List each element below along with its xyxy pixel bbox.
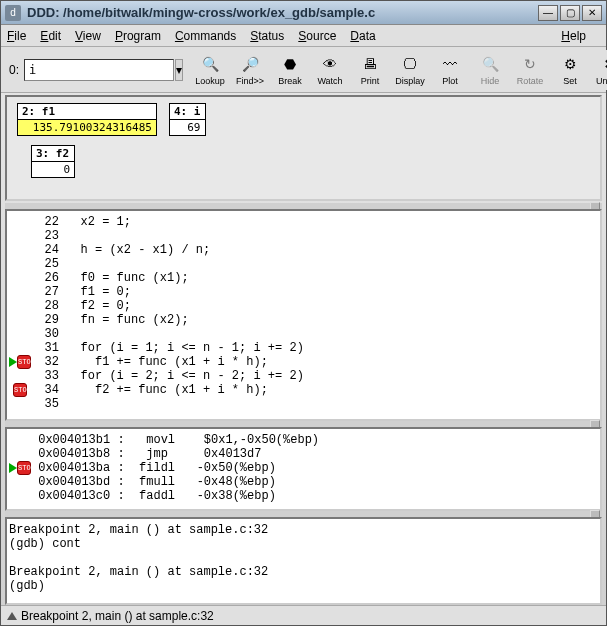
display-i[interactable]: 4: i69 [169, 103, 206, 136]
menu-view[interactable]: View [75, 29, 101, 43]
source-line[interactable]: 28 f2 = 0; [9, 299, 598, 313]
toolbar: 0: ▾ 🔍Lookup🔎Find>>⬣Break👁Watch🖶Print🖵Di… [1, 47, 606, 93]
titlebar: d DDD: /home/bitwalk/mingw-cross/work/ex… [1, 1, 606, 25]
source-line[interactable]: 31 for (i = 1; i <= n - 1; i += 2) [9, 341, 598, 355]
source-line[interactable]: 22 x2 = 1; [9, 215, 598, 229]
arg-dropdown-button[interactable]: ▾ [175, 59, 183, 81]
statusbar: Breakpoint 2, main () at sample.c:32 [1, 605, 606, 625]
menubar: FileEditViewProgramCommandsStatusSourceD… [1, 25, 606, 47]
find-icon: 🔎 [239, 53, 261, 75]
display-value: 69 [170, 120, 205, 135]
source-line[interactable]: 33 for (i = 2; i <= n - 2; i += 2) [9, 369, 598, 383]
lookup-icon: 🔍 [199, 53, 221, 75]
source-line[interactable]: 35 [9, 397, 598, 411]
menu-help[interactable]: Help [561, 29, 586, 43]
arg-input[interactable] [24, 59, 174, 81]
maximize-button[interactable]: ▢ [560, 5, 580, 21]
window-title: DDD: /home/bitwalk/mingw-cross/work/ex_g… [27, 5, 536, 20]
display-title: 2: f1 [18, 104, 156, 120]
hide-icon: 🔍 [479, 53, 501, 75]
rotate-button: ↻Rotate [510, 50, 550, 90]
breakpoint-icon[interactable]: STOP [17, 461, 31, 475]
display-icon: 🖵 [399, 53, 421, 75]
source-line[interactable]: 24 h = (x2 - x1) / n; [9, 243, 598, 257]
source-line[interactable]: 26 f0 = func (x1); [9, 271, 598, 285]
current-line-arrow-icon [9, 357, 17, 367]
display-button[interactable]: 🖵Display [390, 50, 430, 90]
lookup-button[interactable]: 🔍Lookup [190, 50, 230, 90]
source-line[interactable]: 25 [9, 257, 598, 271]
data-display-pane[interactable]: 2: f1135.791003243164854: i693: f20 [5, 95, 602, 201]
break-icon: ⬣ [279, 53, 301, 75]
current-line-arrow-icon [9, 463, 17, 473]
display-title: 3: f2 [32, 146, 74, 162]
display-value: 0 [32, 162, 74, 177]
console-line: Breakpoint 2, main () at sample.c:32 [9, 565, 598, 579]
menu-data[interactable]: Data [350, 29, 375, 43]
menu-edit[interactable]: Edit [40, 29, 61, 43]
source-line[interactable]: 23 [9, 229, 598, 243]
set-button[interactable]: ⚙Set [550, 50, 590, 90]
console-line: Breakpoint 2, main () at sample.c:32 [9, 523, 598, 537]
display-value: 135.79100324316485 [18, 120, 156, 135]
status-icon [7, 612, 17, 620]
source-line[interactable]: STOP34 f2 += func (x1 + i * h); [9, 383, 598, 397]
source-line[interactable]: 30 [9, 327, 598, 341]
watch-button[interactable]: 👁Watch [310, 50, 350, 90]
app-icon: d [5, 5, 21, 21]
asm-line[interactable]: 0x004013bd : fmull -0x48(%ebp) [9, 475, 598, 489]
menu-source[interactable]: Source [298, 29, 336, 43]
print-button[interactable]: 🖶Print [350, 50, 390, 90]
display-f1[interactable]: 2: f1135.79100324316485 [17, 103, 157, 136]
asm-line[interactable]: 0x004013b1 : movl $0x1,-0x50(%ebp) [9, 433, 598, 447]
watch-icon: 👁 [319, 53, 341, 75]
source-line[interactable]: 29 fn = func (x2); [9, 313, 598, 327]
assembly-pane[interactable]: 0x004013b1 : movl $0x1,-0x50(%ebp) 0x004… [5, 427, 602, 511]
source-line[interactable]: STOP32 f1 += func (x1 + i * h); [9, 355, 598, 369]
set-icon: ⚙ [559, 53, 581, 75]
plot-icon: 〰 [439, 53, 461, 75]
asm-line[interactable]: 0x004013b8 : jmp 0x4013d7 [9, 447, 598, 461]
breakpoint-icon[interactable]: STOP [17, 355, 31, 369]
minimize-button[interactable]: — [538, 5, 558, 21]
console-line: (gdb) [9, 579, 598, 593]
arg-label: 0: [9, 63, 19, 77]
main-window: d DDD: /home/bitwalk/mingw-cross/work/ex… [0, 0, 607, 626]
menu-file[interactable]: File [7, 29, 26, 43]
asm-line[interactable]: STOP 0x004013ba : fildl -0x50(%ebp) [9, 461, 598, 475]
menu-commands[interactable]: Commands [175, 29, 236, 43]
display-f2[interactable]: 3: f20 [31, 145, 75, 178]
menu-program[interactable]: Program [115, 29, 161, 43]
menu-status[interactable]: Status [250, 29, 284, 43]
plot-button[interactable]: 〰Plot [430, 50, 470, 90]
console-line [9, 551, 598, 565]
asm-line[interactable]: 0x004013c0 : faddl -0x38(%ebp) [9, 489, 598, 503]
hide-button: 🔍Hide [470, 50, 510, 90]
break-button[interactable]: ⬣Break [270, 50, 310, 90]
undisp-icon: ✖ [599, 53, 607, 75]
console-line: (gdb) cont [9, 537, 598, 551]
close-button[interactable]: ✕ [582, 5, 602, 21]
rotate-icon: ↻ [519, 53, 541, 75]
source-pane[interactable]: 22 x2 = 1;23 24 h = (x2 - x1) / n;25 26 … [5, 209, 602, 421]
undisp-button[interactable]: ✖Undisp [590, 50, 607, 90]
print-icon: 🖶 [359, 53, 381, 75]
console-pane[interactable]: Breakpoint 2, main () at sample.c:32(gdb… [5, 517, 602, 605]
find-button[interactable]: 🔎Find>> [230, 50, 270, 90]
status-text: Breakpoint 2, main () at sample.c:32 [21, 609, 214, 623]
source-line[interactable]: 27 f1 = 0; [9, 285, 598, 299]
display-title: 4: i [170, 104, 205, 120]
breakpoint-icon[interactable]: STOP [13, 383, 27, 397]
